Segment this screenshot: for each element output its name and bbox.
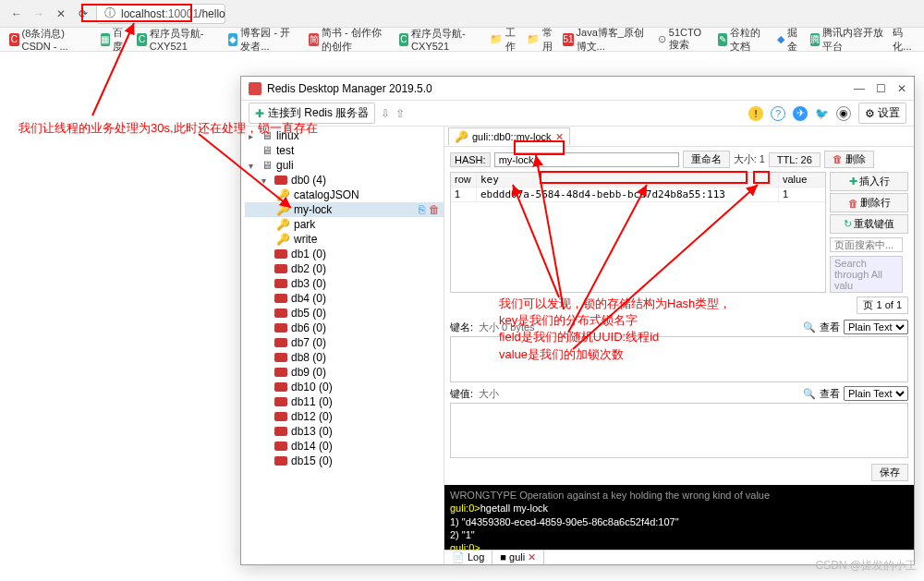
- key-field-label: 键名:: [450, 321, 473, 334]
- view-label: 查看: [820, 321, 840, 334]
- tree-db[interactable]: db8 (0): [245, 350, 444, 365]
- rdm-toolbar: ✚ 连接到 Redis 服务器 ⇩ ⇧ ! ? ✈ 🐦 ◉ ⚙ 设置: [241, 101, 914, 127]
- rdm-title-text: Redis Desktop Manager 2019.5.0: [267, 82, 854, 95]
- reload-button[interactable]: ⟳: [74, 5, 92, 23]
- hash-grid-wrap: row key value 1 ebddd07a-5684-48d4-bebb-…: [444, 172, 914, 293]
- insert-row-button[interactable]: ✚插入行: [830, 172, 908, 191]
- browser-nav-bar: ← → ✕ ⟳ ⓘ localhost:10001/hello: [0, 0, 924, 28]
- bookmark-item[interactable]: ◆掘金: [777, 26, 800, 54]
- type-badge: HASH:: [450, 152, 491, 167]
- bookmark-item[interactable]: C程序员导航-CXY521: [137, 27, 219, 52]
- twitter-icon[interactable]: 🐦: [815, 107, 829, 120]
- url-bar[interactable]: ⓘ localhost:10001/hello: [96, 4, 225, 24]
- key-tab[interactable]: 🔑 guli::db0::my-lock ✕: [448, 127, 570, 145]
- window-close-button[interactable]: ✕: [897, 82, 906, 95]
- forward-button[interactable]: →: [30, 5, 48, 23]
- ttl-button[interactable]: TTL: 26: [769, 152, 821, 167]
- tree-db[interactable]: db9 (0): [245, 365, 444, 380]
- key-name-input[interactable]: [494, 152, 679, 167]
- view-icon[interactable]: 🔍: [803, 321, 816, 333]
- url-text: localhost:10001/hello: [121, 7, 225, 20]
- search-all-button[interactable]: Search through All valu: [830, 256, 903, 293]
- save-button[interactable]: 保存: [871, 464, 908, 481]
- telegram-icon[interactable]: ✈: [793, 106, 808, 121]
- help-icon[interactable]: ?: [771, 106, 785, 121]
- tree-conn-test[interactable]: 🖥test: [245, 143, 444, 158]
- tree-key[interactable]: 🔑catalogJSON: [245, 188, 444, 202]
- close-button[interactable]: ✕: [52, 5, 70, 23]
- key-header: HASH: 重命名 大小: 1 TTL: 26 🗑 删除: [444, 147, 914, 172]
- tree-db[interactable]: db5 (0): [245, 306, 444, 321]
- grid-row[interactable]: 1 ebddd07a-5684-48d4-bebb-bcd7d24b8a55:1…: [451, 188, 825, 202]
- view-label: 查看: [820, 387, 840, 401]
- minimize-button[interactable]: —: [854, 82, 865, 95]
- value-section: 键值: 大小 🔍 查看 Plain Text: [444, 384, 914, 460]
- watermark: CSDN @搓发的小王: [815, 558, 917, 574]
- bookmark-folder[interactable]: 📁常用: [527, 26, 554, 54]
- tree-key[interactable]: 🔑park: [245, 217, 444, 232]
- github-icon[interactable]: ◉: [836, 106, 851, 121]
- delete-row-button[interactable]: 🗑删除行: [830, 193, 908, 212]
- settings-button[interactable]: ⚙ 设置: [858, 103, 906, 124]
- value-field-label: 键值:: [450, 387, 473, 401]
- grid-header: row key value: [451, 173, 825, 188]
- bookmark-item[interactable]: ◆博客园 - 开发者...: [228, 26, 299, 54]
- tree-db[interactable]: db6 (0): [245, 321, 444, 335]
- tree-db[interactable]: db13 (0): [245, 424, 444, 439]
- bookmark-item[interactable]: ▦百度: [101, 26, 128, 54]
- bookmark-item[interactable]: 腾腾讯内容开放平台: [810, 26, 884, 54]
- copy-icon[interactable]: ⎘: [419, 203, 425, 216]
- bookmark-item[interactable]: C(8条消息) CSDN - ...: [9, 27, 91, 52]
- tree-db[interactable]: db15 (0): [245, 454, 444, 468]
- tree-db[interactable]: db2 (0): [245, 261, 444, 276]
- value-box[interactable]: [450, 403, 908, 458]
- maximize-button[interactable]: ☐: [876, 82, 886, 95]
- log-tab[interactable]: 📄Log: [444, 551, 492, 564]
- encoding-select-2[interactable]: Plain Text: [844, 386, 908, 401]
- delete-icon[interactable]: 🗑: [429, 203, 440, 216]
- hash-grid[interactable]: row key value 1 ebddd07a-5684-48d4-bebb-…: [450, 172, 826, 293]
- tree-db[interactable]: db7 (0): [245, 335, 444, 350]
- tree-key[interactable]: 🔑write: [245, 232, 444, 247]
- size-label: 大小: 1: [734, 152, 765, 166]
- connection-tree[interactable]: ▸🖥linux 🖥test ▾🖥guli ▾db0 (4) 🔑catalogJS…: [241, 127, 444, 564]
- tree-conn-guli[interactable]: ▾🖥guli: [245, 158, 444, 173]
- tree-db[interactable]: db10 (0): [245, 380, 444, 394]
- export-icon[interactable]: ⇧: [395, 107, 405, 120]
- bookmark-bar: C(8条消息) CSDN - ... ▦百度 C程序员导航-CXY521 ◆博客…: [0, 28, 924, 52]
- pager-text: 页 1 of 1: [857, 297, 908, 314]
- tree-db0[interactable]: ▾db0 (4): [245, 173, 444, 188]
- view-icon[interactable]: 🔍: [803, 388, 816, 400]
- info-icon: ⓘ: [104, 6, 116, 21]
- rename-button[interactable]: 重命名: [683, 151, 730, 168]
- value-size-label: 大小: [479, 387, 499, 401]
- tree-db[interactable]: db1 (0): [245, 247, 444, 261]
- plus-icon: ✚: [255, 107, 264, 120]
- rdm-titlebar[interactable]: Redis Desktop Manager 2019.5.0 — ☐ ✕: [241, 77, 914, 101]
- encoding-select[interactable]: Plain Text: [844, 320, 908, 334]
- guli-tab[interactable]: ■guli✕: [492, 551, 544, 564]
- delete-key-button[interactable]: 🗑 删除: [824, 151, 874, 168]
- tree-db[interactable]: db11 (0): [245, 394, 444, 409]
- rdm-app-icon: [249, 82, 261, 95]
- bookmark-item[interactable]: ✎谷粒的文档: [718, 26, 769, 54]
- warning-icon[interactable]: !: [748, 106, 763, 121]
- tree-db[interactable]: db12 (0): [245, 409, 444, 424]
- tree-db[interactable]: db14 (0): [245, 439, 444, 454]
- bookmark-item[interactable]: 简简书 - 创作你的创作: [309, 26, 389, 54]
- back-button[interactable]: ←: [7, 5, 26, 23]
- terminal[interactable]: WRONGTYPE Operation against a key holdin…: [444, 485, 914, 550]
- reload-button[interactable]: ↻重载键值: [830, 214, 908, 234]
- bookmark-item[interactable]: C程序员导航-CXY521: [399, 27, 481, 52]
- bookmark-folder[interactable]: 📁工作: [490, 26, 517, 54]
- annotation-text-right: 我们可以发现，锁的存储结构为Hash类型， key是我们的分布式锁名字 fiel…: [499, 296, 731, 363]
- page-search-input[interactable]: [830, 237, 903, 252]
- tree-db[interactable]: db3 (0): [245, 276, 444, 291]
- tab-close-icon[interactable]: ✕: [555, 131, 564, 143]
- tree-key-mylock[interactable]: 🔑my-lock⎘🗑: [245, 202, 444, 217]
- bookmark-item[interactable]: 51Java博客_原创博文...: [563, 26, 648, 54]
- import-icon[interactable]: ⇩: [381, 107, 390, 120]
- tree-db[interactable]: db4 (0): [245, 291, 444, 306]
- bookmark-item[interactable]: 码化...: [893, 26, 915, 54]
- bookmark-item[interactable]: ⊙51CTO 搜索: [658, 27, 709, 52]
